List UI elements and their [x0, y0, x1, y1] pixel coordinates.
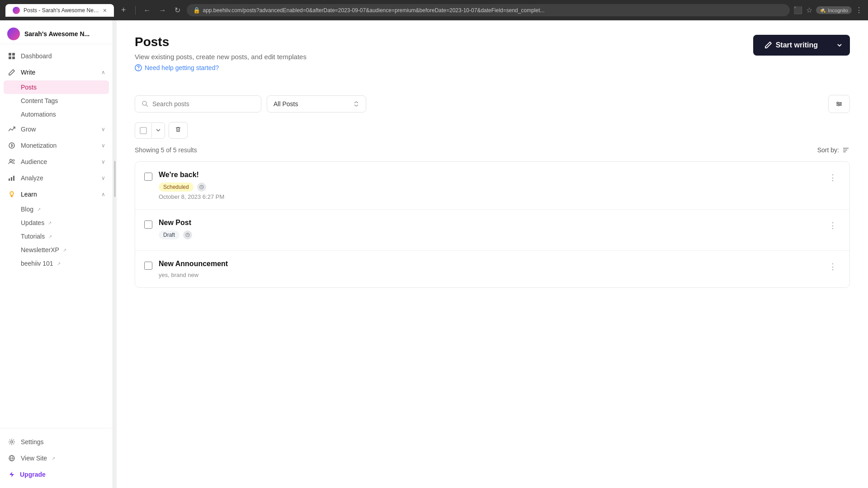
external-link-icon-blog: ↗	[37, 207, 41, 212]
help-link[interactable]: Need help getting started?	[135, 64, 307, 71]
post-title-1[interactable]: We're back!	[159, 171, 819, 179]
post-checkbox-1[interactable]	[144, 173, 152, 181]
posts-filter-dropdown[interactable]: All Posts	[267, 95, 366, 113]
users-icon	[7, 157, 16, 166]
post-description-3: yes, brand new	[159, 272, 819, 278]
sidebar-item-analyze[interactable]: Analyze ∨	[0, 170, 113, 186]
menu-button[interactable]: ⋮	[855, 6, 863, 14]
sort-icon	[842, 146, 850, 154]
sidebar-item-label-grow: Grow	[21, 126, 36, 133]
svg-point-10	[11, 441, 13, 443]
sidebar-item-grow[interactable]: Grow ∨	[0, 121, 113, 137]
svg-rect-9	[13, 176, 14, 181]
post-checkbox-2[interactable]	[144, 221, 152, 229]
post-menu-button-1[interactable]: ⋮	[825, 171, 840, 184]
chevron-down-icon-aud: ∨	[101, 159, 105, 165]
select-dropdown-chevron[interactable]	[152, 123, 165, 138]
chevron-up-icon-learn: ∧	[101, 191, 105, 197]
sidebar-item-label-tutorials: Tutorials	[21, 233, 45, 240]
delete-button[interactable]	[169, 122, 188, 139]
sidebar-item-monetization[interactable]: Monetization ∨	[0, 137, 113, 154]
sidebar-bottom: Settings View Site ↗ Upgrade	[0, 428, 113, 488]
tab-title: Posts - Sarah's Awesome Newsl...	[24, 7, 99, 14]
sidebar-item-label-dashboard: Dashboard	[21, 52, 52, 60]
chevron-down-icon-select	[156, 127, 161, 133]
sidebar-item-newsletterxp[interactable]: NewsletterXP ↗	[0, 243, 113, 257]
start-writing-button[interactable]: Start writing	[753, 35, 850, 56]
results-count: Showing 5 of 5 results	[135, 146, 197, 154]
sidebar-item-audience[interactable]: Audience ∨	[0, 154, 113, 170]
post-date-1: October 8, 2023 6:27 PM	[159, 193, 819, 200]
columns-icon	[835, 100, 843, 108]
incognito-badge: 🕵 Incognito	[816, 6, 852, 14]
svg-point-23	[838, 105, 840, 106]
sidebar-header: Sarah's Awesome N...	[0, 20, 113, 44]
url-text: app.beehiiv.com/posts?advancedEnabled=0&…	[203, 7, 784, 14]
svg-point-15	[138, 69, 139, 70]
sidebar-item-label-analyze: Analyze	[21, 174, 43, 182]
post-actions-3: ⋮	[825, 260, 840, 273]
bookmark-button[interactable]: ☆	[806, 6, 812, 14]
sidebar-item-learn[interactable]: Learn ∧	[0, 186, 113, 202]
dropdown-value: All Posts	[274, 100, 298, 108]
sidebar: Sarah's Awesome N... Dashboard Write	[0, 20, 113, 488]
sidebar-item-label-audience: Audience	[21, 158, 47, 165]
sidebar-item-label-write: Write	[21, 69, 35, 76]
sidebar-item-updates[interactable]: Updates ↗	[0, 216, 113, 230]
sidebar-item-dashboard[interactable]: Dashboard	[0, 48, 113, 64]
sidebar-item-settings[interactable]: Settings	[7, 434, 105, 450]
lightning-icon	[7, 470, 16, 479]
post-item-3: New Announcement yes, brand new ⋮	[135, 251, 849, 287]
sidebar-item-label-learn: Learn	[21, 191, 37, 198]
svg-rect-7	[9, 178, 10, 181]
post-menu-button-3[interactable]: ⋮	[825, 260, 840, 273]
search-box[interactable]	[135, 95, 261, 113]
post-title-2[interactable]: New Post	[159, 219, 819, 227]
start-writing-main: Start writing	[753, 35, 829, 56]
post-title-3[interactable]: New Announcement	[159, 260, 819, 268]
post-menu-button-2[interactable]: ⋮	[825, 219, 840, 232]
back-button[interactable]: ←	[141, 5, 154, 16]
chevron-down-icon: ∨	[101, 126, 105, 132]
sidebar-item-content-tags[interactable]: Content Tags	[0, 94, 113, 108]
sidebar-item-blog[interactable]: Blog ↗	[0, 202, 113, 216]
external-link-icon-newsletterxp: ↗	[63, 248, 66, 253]
results-row: Showing 5 of 5 results Sort by:	[135, 146, 850, 154]
checkbox-indicator	[140, 127, 147, 134]
svg-point-6	[13, 160, 14, 161]
forward-button[interactable]: →	[156, 5, 169, 16]
svg-rect-0	[9, 53, 11, 56]
scroll-thumb[interactable]	[114, 161, 116, 197]
upgrade-button[interactable]: Upgrade	[7, 466, 105, 483]
dollar-icon	[7, 141, 16, 150]
actions-row	[135, 122, 850, 139]
sidebar-item-automations[interactable]: Automations	[0, 108, 113, 121]
scroll-track[interactable]	[113, 20, 117, 488]
tab-close-button[interactable]: ×	[103, 7, 107, 14]
sort-button[interactable]: Sort by:	[817, 146, 850, 154]
search-input[interactable]	[152, 100, 243, 108]
lightbulb-icon	[7, 190, 16, 199]
select-all-checkbox[interactable]	[135, 123, 152, 138]
start-writing-dropdown[interactable]	[829, 36, 850, 55]
sidebar-item-tutorials[interactable]: Tutorials ↗	[0, 230, 113, 243]
brand-icon	[7, 28, 20, 40]
sidebar-item-view-site[interactable]: View Site ↗	[7, 450, 105, 466]
reload-button[interactable]: ↻	[172, 4, 183, 16]
post-meta-1: Scheduled	[159, 183, 819, 192]
browser-tab[interactable]: Posts - Sarah's Awesome Newsl... ×	[5, 4, 114, 17]
post-meta-2: Draft	[159, 230, 819, 239]
sidebar-item-posts[interactable]: Posts	[4, 80, 109, 94]
new-tab-button[interactable]: +	[118, 4, 130, 17]
upgrade-label: Upgrade	[20, 471, 46, 478]
page-title: Posts	[135, 35, 307, 49]
select-all-dropdown[interactable]	[135, 122, 165, 139]
chevron-down-icon-ana: ∨	[101, 175, 105, 181]
sidebar-item-beehiiv101[interactable]: beehiiv 101 ↗	[0, 257, 113, 270]
extensions-button[interactable]: ⬛	[793, 6, 802, 14]
post-content-1: We're back! Scheduled October 8, 2023 6:…	[159, 171, 819, 200]
post-checkbox-3[interactable]	[144, 262, 152, 270]
address-bar[interactable]: 🔒 app.beehiiv.com/posts?advancedEnabled=…	[187, 4, 790, 16]
sidebar-item-write[interactable]: Write ∧	[0, 64, 113, 80]
column-filter-button[interactable]	[828, 95, 850, 113]
